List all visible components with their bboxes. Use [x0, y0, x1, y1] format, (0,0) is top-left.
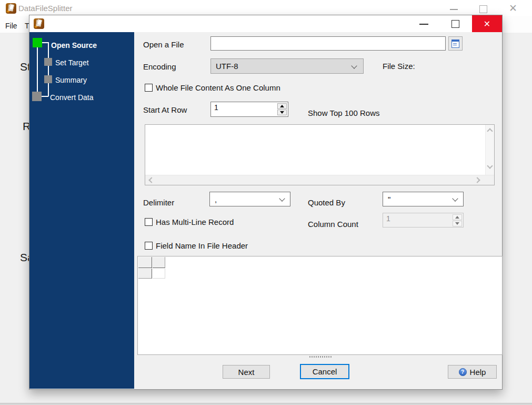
- spin-up-button: [453, 214, 462, 220]
- field-name-checkbox-label[interactable]: Field Name In File Header: [156, 241, 248, 250]
- help-button[interactable]: ? Help: [448, 365, 497, 379]
- step-indicator-pending: [32, 92, 42, 101]
- document-icon: [451, 39, 459, 48]
- main-maximize-icon[interactable]: [479, 5, 487, 13]
- wizard-step-open-source[interactable]: Open Source: [51, 41, 97, 50]
- close-icon: ✕: [484, 19, 490, 29]
- arrow-down-icon: [455, 222, 459, 225]
- app-icon: +: [6, 3, 16, 14]
- column-count-stepper: [383, 213, 464, 228]
- delimiter-label: Delimiter: [143, 198, 174, 207]
- show-top-rows-label: Show Top 100 Rows: [308, 108, 379, 117]
- quoted-by-value: ": [388, 195, 390, 204]
- dialog-titlebar: [29, 15, 502, 32]
- chevron-down-icon: [279, 195, 285, 201]
- grid-row-header[interactable]: [138, 269, 152, 279]
- encoding-label: Encoding: [143, 62, 176, 71]
- main-minimize-icon[interactable]: [450, 9, 458, 10]
- spin-down-button[interactable]: [277, 110, 287, 115]
- main-window-title: DataFileSplitter: [18, 4, 73, 13]
- spin-down-button: [453, 221, 462, 226]
- data-grid[interactable]: [137, 256, 503, 355]
- dialog-close-button[interactable]: ✕: [472, 15, 502, 32]
- question-circle-icon: ?: [459, 368, 467, 376]
- vertical-scrollbar[interactable]: [485, 125, 494, 175]
- step-indicator-active: [33, 38, 42, 47]
- open-file-input[interactable]: [210, 36, 446, 51]
- step-indicator-pending: [44, 75, 52, 83]
- whole-file-checkbox[interactable]: [145, 84, 153, 92]
- start-at-row-stepper[interactable]: [210, 102, 288, 117]
- wizard-sidebar: [29, 32, 134, 389]
- field-name-checkbox[interactable]: [145, 242, 153, 250]
- main-close-icon[interactable]: ✕: [509, 2, 517, 14]
- menu-item-file[interactable]: File: [5, 22, 17, 30]
- cancel-button[interactable]: Cancel: [300, 364, 349, 379]
- scroll-left-icon[interactable]: [148, 177, 154, 183]
- arrow-down-icon: [280, 111, 284, 114]
- scroll-down-icon[interactable]: [487, 163, 493, 169]
- delimiter-select[interactable]: ,: [209, 192, 290, 206]
- delimiter-value: ,: [215, 195, 217, 204]
- whole-file-checkbox-label[interactable]: Whole File Content As One Column: [156, 83, 280, 92]
- scroll-right-icon[interactable]: [474, 177, 480, 183]
- next-button[interactable]: Next: [223, 365, 270, 379]
- file-size-label: File Size:: [383, 62, 415, 71]
- wizard-step-convert-data[interactable]: Convert Data: [50, 93, 93, 102]
- step-indicator-pending: [44, 58, 52, 66]
- multiline-record-checkbox[interactable]: [145, 218, 153, 226]
- browse-button[interactable]: [448, 36, 463, 51]
- start-at-row-label: Start At Row: [143, 105, 187, 114]
- wizard-tree-line: [42, 96, 48, 97]
- wizard-tree-line: [48, 42, 49, 96]
- screen: + DataFileSplitter ✕ File T St R Sa + ✕ …: [0, 0, 532, 405]
- grid-data-cell[interactable]: [153, 269, 165, 279]
- chevron-down-icon: [452, 195, 458, 201]
- wizard-step-set-target[interactable]: Set Target: [55, 58, 89, 67]
- wizard-tree-line: [37, 47, 38, 92]
- open-file-label: Open a File: [143, 40, 184, 49]
- wizard-step-summary[interactable]: Summary: [55, 76, 87, 84]
- main-window-titlebar: [0, 0, 532, 16]
- multiline-record-checkbox-label[interactable]: Has Multi-Line Record: [156, 218, 234, 226]
- column-count-label: Column Count: [308, 220, 358, 229]
- file-preview-area[interactable]: [145, 124, 495, 185]
- dialog-app-icon: +: [34, 18, 44, 29]
- encoding-value: UTF-8: [216, 62, 238, 71]
- horizontal-scrollbar[interactable]: [145, 175, 494, 185]
- chevron-down-icon: [351, 63, 357, 68]
- arrow-up-icon: [280, 105, 284, 107]
- dialog-minimize-icon[interactable]: [419, 24, 428, 25]
- window-bottom-edge: [0, 403, 532, 405]
- column-count-input: [386, 214, 434, 223]
- encoding-select[interactable]: UTF-8: [210, 58, 364, 74]
- scroll-up-icon[interactable]: [487, 128, 493, 134]
- dialog-maximize-icon[interactable]: [451, 20, 459, 28]
- quoted-by-label: Quoted By: [308, 198, 345, 207]
- start-at-row-input[interactable]: [214, 103, 262, 112]
- help-button-label: Help: [470, 368, 486, 377]
- splitter-gripper: [309, 356, 333, 358]
- quoted-by-select[interactable]: ": [383, 192, 464, 206]
- spin-up-button[interactable]: [277, 103, 287, 109]
- arrow-up-icon: [455, 216, 459, 219]
- grid-column-header[interactable]: [153, 257, 165, 268]
- grid-corner-header[interactable]: [138, 257, 152, 268]
